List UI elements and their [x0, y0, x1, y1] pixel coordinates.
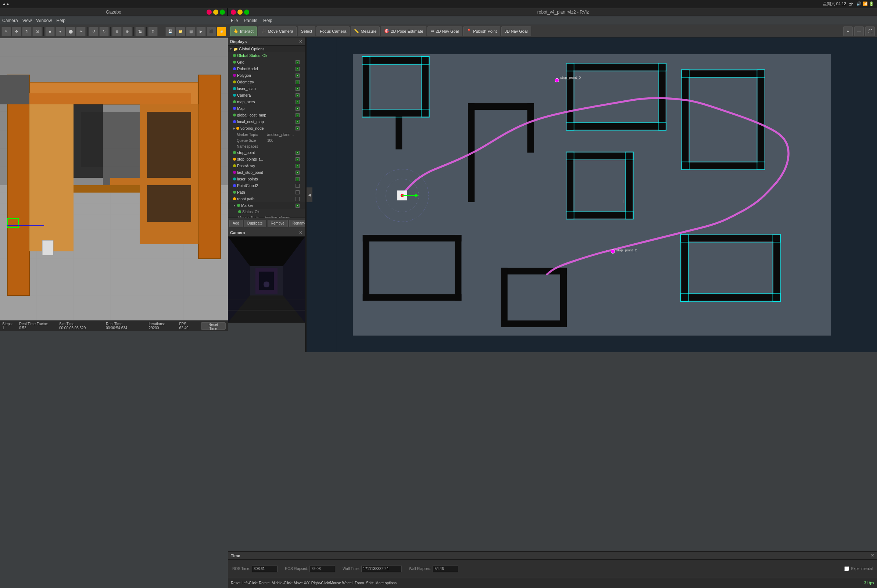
- poly-cb[interactable]: ✓: [295, 74, 300, 78]
- experimental-cb[interactable]: [844, 566, 849, 571]
- vn-cb[interactable]: ✓: [295, 126, 300, 130]
- rename-display-btn[interactable]: Rename: [289, 220, 305, 227]
- lcm-cb[interactable]: ✓: [295, 120, 300, 124]
- display-item-pointcloud2[interactable]: PointCloud2: [228, 182, 305, 189]
- gazebo-tb-cylinder[interactable]: ⬤: [66, 27, 75, 36]
- display-item-grid[interactable]: Grid ✓: [228, 59, 305, 65]
- cam-cb[interactable]: ✓: [295, 93, 300, 98]
- pc2-cb[interactable]: [295, 184, 300, 188]
- gazebo-tb-sphere[interactable]: ●: [55, 27, 65, 36]
- display-item-path[interactable]: Path: [228, 189, 305, 195]
- map-cb[interactable]: ✓: [295, 106, 300, 111]
- gazebo-close-btn[interactable]: [207, 9, 212, 15]
- gazebo-tb-scale[interactable]: ⇲: [32, 27, 42, 36]
- gazebo-tb-rotate[interactable]: ↻: [22, 27, 31, 36]
- remove-display-btn[interactable]: Remove: [268, 220, 288, 227]
- lsp-cb[interactable]: ✓: [295, 171, 300, 175]
- gazebo-menu-help[interactable]: Help: [56, 18, 65, 23]
- gazebo-tb-select[interactable]: ↖: [1, 27, 11, 36]
- rviz-3d-nav-goal-btn[interactable]: 3D Nav Goal: [501, 27, 531, 36]
- display-item-polygon[interactable]: Polygon ✓: [228, 72, 305, 79]
- rviz-fullscreen-btn[interactable]: ⛶: [865, 27, 875, 36]
- gazebo-tb-undo[interactable]: ↺: [89, 27, 99, 36]
- display-item-voronoi[interactable]: ▶ voronoi_node ✓: [228, 125, 305, 132]
- rviz-add-display-btn[interactable]: +: [843, 27, 853, 36]
- display-item-global-options[interactable]: ▼ 📁 Global Options: [228, 46, 305, 52]
- time-panel-close[interactable]: ✕: [871, 553, 874, 558]
- rviz-move-camera-btn[interactable]: 🎥 Move Camera: [258, 27, 297, 36]
- rviz-select-btn[interactable]: Select: [298, 27, 316, 36]
- sp-cb[interactable]: ✓: [295, 151, 300, 155]
- rviz-measure-btn[interactable]: 📏 Measure: [351, 27, 380, 36]
- add-display-btn[interactable]: Add: [229, 220, 243, 227]
- lp-cb[interactable]: ✓: [295, 177, 300, 181]
- rviz-nav-goal-btn[interactable]: ➡ 2D Nav Goal: [427, 27, 462, 36]
- display-item-last-stop-point[interactable]: last_stop_point ✓: [228, 169, 305, 176]
- ros-time-input[interactable]: [252, 566, 277, 572]
- viewport-collapse-btn[interactable]: ◀: [307, 188, 312, 202]
- spt-cb[interactable]: ✓: [295, 157, 300, 161]
- rp-cb[interactable]: [295, 197, 300, 201]
- display-item-laser-scan[interactable]: laser_scan ✓: [228, 85, 305, 92]
- rviz-max-btn[interactable]: [244, 9, 249, 15]
- display-item-camera[interactable]: Camera ✓: [228, 92, 305, 99]
- rviz-interact-btn[interactable]: 👆 Interact: [230, 27, 257, 36]
- gazebo-tb-save[interactable]: 💾: [165, 27, 175, 36]
- rviz-viewport[interactable]: stop_point_0 stop_point_2 | ◀: [307, 38, 877, 352]
- rviz-menu-file[interactable]: File: [231, 18, 238, 23]
- gazebo-tb-play[interactable]: ▶: [196, 27, 206, 36]
- gazebo-tb-build[interactable]: 🏗: [135, 27, 145, 36]
- display-item-robotmodel[interactable]: RobotModel ✓: [228, 65, 305, 72]
- display-item-marker[interactable]: ▼ Marker ✓: [228, 202, 305, 209]
- wall-elapsed-input[interactable]: [433, 566, 458, 572]
- display-item-global-cost-map[interactable]: global_cost_map ✓: [228, 112, 305, 118]
- gazebo-menu-window[interactable]: Window: [36, 18, 52, 23]
- gazebo-menu-view[interactable]: View: [22, 18, 32, 23]
- display-item-global-status[interactable]: Global Status: Ok: [228, 52, 305, 59]
- ls-cb[interactable]: ✓: [295, 87, 300, 91]
- display-item-local-cost-map[interactable]: local_cost_map ✓: [228, 118, 305, 125]
- gazebo-tb-options[interactable]: ▤: [186, 27, 196, 36]
- camera-panel-close[interactable]: ✕: [299, 230, 303, 235]
- mk-cb[interactable]: ✓: [295, 204, 300, 208]
- gazebo-tb-redo[interactable]: ↻: [99, 27, 109, 36]
- gazebo-tb-move[interactable]: ✥: [12, 27, 21, 36]
- gazebo-tb-open[interactable]: 📁: [176, 27, 185, 36]
- gazebo-tb-stop[interactable]: ⬛: [207, 27, 216, 36]
- gazebo-max-btn[interactable]: [220, 9, 225, 15]
- path-cb[interactable]: [295, 190, 300, 194]
- rviz-menu-help[interactable]: Help: [263, 18, 272, 23]
- rm-cb[interactable]: ✓: [295, 67, 300, 71]
- gz-reset-btn[interactable]: Reset Time: [201, 322, 226, 330]
- gazebo-min-btn[interactable]: [213, 9, 218, 15]
- gcm-cb[interactable]: ✓: [295, 113, 300, 117]
- display-item-odometry[interactable]: Odometry ✓: [228, 79, 305, 85]
- rviz-focus-btn[interactable]: Focus Camera: [316, 27, 349, 36]
- display-item-map[interactable]: Map ✓: [228, 105, 305, 112]
- duplicate-display-btn[interactable]: Duplicate: [244, 220, 266, 227]
- rviz-pose-est-btn[interactable]: 🎯 2D Pose Estimate: [381, 27, 426, 36]
- displays-close-btn[interactable]: ✕: [299, 39, 303, 44]
- gazebo-tb-record[interactable]: ◉: [217, 27, 226, 36]
- display-item-robot-path[interactable]: robot path: [228, 195, 305, 202]
- display-item-stop-points-t[interactable]: stop_points_t... ✓: [228, 156, 305, 162]
- gazebo-tb-axes[interactable]: ⊕: [122, 27, 132, 36]
- rviz-close-btn[interactable]: [231, 9, 236, 15]
- wall-time-input[interactable]: [361, 566, 402, 572]
- gazebo-viewport[interactable]: [0, 38, 228, 321]
- ros-elapsed-input[interactable]: [309, 566, 335, 572]
- pa-cb[interactable]: ✓: [295, 164, 300, 168]
- rviz-min-btn[interactable]: [237, 9, 243, 15]
- odom-cb[interactable]: ✓: [295, 80, 300, 84]
- grid-cb[interactable]: ✓: [295, 60, 300, 64]
- display-item-stop-point[interactable]: stop_point ✓: [228, 149, 305, 156]
- ma-cb[interactable]: ✓: [295, 100, 300, 104]
- gazebo-tb-grid[interactable]: ⊞: [112, 27, 121, 36]
- rviz-settings-btn[interactable]: —: [854, 27, 864, 36]
- gazebo-tb-cube[interactable]: ■: [45, 27, 55, 36]
- gazebo-menu-camera[interactable]: Camera: [2, 18, 18, 23]
- display-item-map-axes[interactable]: map_axes ✓: [228, 99, 305, 105]
- rviz-publish-point-btn[interactable]: 📍 Publish Point: [463, 27, 500, 36]
- gazebo-tb-light[interactable]: ☀: [76, 27, 85, 36]
- rviz-menu-panels[interactable]: Panels: [244, 18, 257, 23]
